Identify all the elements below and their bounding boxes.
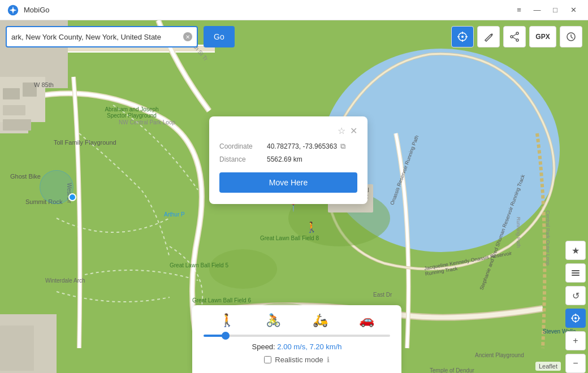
gps-button[interactable]	[451, 26, 474, 47]
transport-scooter[interactable]: 🛵	[313, 313, 328, 328]
go-button[interactable]: Go	[204, 26, 235, 47]
distance-row: Distance 5562.69 km	[219, 155, 357, 163]
svg-point-26	[516, 39, 518, 41]
menu-button[interactable]: ≡	[511, 2, 527, 18]
speed-panel: 🚶 🚴 🛵 🚗 Speed: 2.00 m/s, 7.20 km/h Reali…	[192, 305, 401, 373]
titlebar-controls: ≡ — □ ✕	[511, 2, 581, 18]
svg-point-27	[511, 36, 513, 38]
layers-button[interactable]	[565, 263, 586, 283]
realistic-mode-checkbox[interactable]	[264, 356, 271, 363]
target-button[interactable]	[565, 309, 586, 328]
popup-star-button[interactable]: ☆	[338, 125, 345, 136]
zoom-in-button[interactable]: +	[565, 331, 586, 350]
share-button[interactable]	[503, 26, 526, 47]
svg-rect-33	[572, 275, 580, 276]
app-logo	[7, 4, 19, 16]
move-here-button[interactable]: Move Here	[219, 172, 357, 193]
leaflet-badge: Leaflet	[535, 362, 561, 371]
search-box[interactable]: ✕	[6, 26, 198, 47]
svg-rect-32	[572, 272, 580, 274]
svg-rect-13	[23, 83, 37, 97]
coordinate-row: Coordinate 40.782773, -73.965363 ⧉	[219, 142, 357, 151]
titlebar: MobiGo ≡ — □ ✕	[0, 0, 588, 20]
realistic-row: Realistic mode ℹ	[204, 355, 390, 364]
pen-icon	[483, 32, 494, 42]
share-icon	[509, 32, 520, 42]
undo-icon: ↺	[572, 290, 580, 301]
coordinate-value: 40.782773, -73.965363 ⧉	[267, 142, 345, 151]
coordinate-label: Coordinate	[219, 142, 260, 150]
right-sidebar: ★ ↺ + −	[563, 20, 588, 373]
speed-slider-row	[204, 335, 390, 337]
transport-bike[interactable]: 🚴	[266, 313, 281, 328]
topbar: ✕ Go	[6, 26, 582, 47]
distance-label: Distance	[219, 155, 260, 163]
svg-point-39	[574, 317, 577, 319]
svg-line-29	[513, 37, 516, 40]
svg-point-25	[516, 32, 518, 34]
popup-close-button[interactable]: ✕	[350, 125, 357, 136]
transport-car[interactable]: 🚗	[359, 313, 374, 328]
close-button[interactable]: ✕	[565, 2, 581, 18]
svg-point-1	[11, 8, 15, 12]
pen-button[interactable]	[477, 26, 500, 47]
speed-slider[interactable]	[204, 335, 390, 337]
svg-rect-31	[572, 270, 580, 271]
copy-coordinate-button[interactable]: ⧉	[340, 142, 345, 151]
maximize-button[interactable]: □	[547, 2, 563, 18]
search-input[interactable]	[11, 33, 181, 41]
svg-rect-14	[3, 105, 25, 115]
popup-header: ☆ ✕	[219, 125, 357, 136]
realistic-mode-label: Realistic mode	[275, 355, 323, 364]
main-area: 86th St W 85th Abraham and JosephSpector…	[0, 20, 588, 373]
star-button[interactable]: ★	[565, 241, 586, 260]
transport-walk[interactable]: 🚶	[219, 313, 235, 328]
svg-rect-15	[3, 119, 31, 131]
target-icon	[570, 313, 581, 323]
svg-point-7	[209, 249, 277, 289]
realistic-info-icon[interactable]: ℹ	[327, 355, 330, 364]
gpx-button[interactable]: GPX	[529, 26, 556, 47]
current-location-marker	[68, 193, 76, 201]
star-icon: ★	[572, 245, 580, 256]
zoom-out-button[interactable]: −	[565, 354, 586, 373]
search-clear-button[interactable]: ✕	[183, 32, 192, 41]
distance-value: 5562.69 km	[267, 155, 302, 163]
layers-icon	[570, 268, 581, 278]
undo-button[interactable]: ↺	[565, 286, 586, 305]
walker-icon: 🚶	[305, 221, 318, 233]
transport-icons: 🚶 🚴 🛵 🚗	[204, 313, 390, 328]
location-popup: ☆ ✕ Coordinate 40.782773, -73.965363 ⧉ D…	[209, 116, 368, 204]
svg-rect-12	[3, 88, 20, 99]
crosshair-icon	[457, 31, 468, 42]
speed-text: Speed: 2.00 m/s, 7.20 km/h	[204, 342, 390, 351]
app-title: MobiGo	[24, 6, 50, 14]
svg-rect-17	[0, 326, 34, 371]
titlebar-left: MobiGo	[7, 4, 50, 16]
minimize-button[interactable]: —	[529, 2, 545, 18]
svg-line-28	[513, 34, 516, 37]
svg-point-24	[461, 36, 464, 38]
